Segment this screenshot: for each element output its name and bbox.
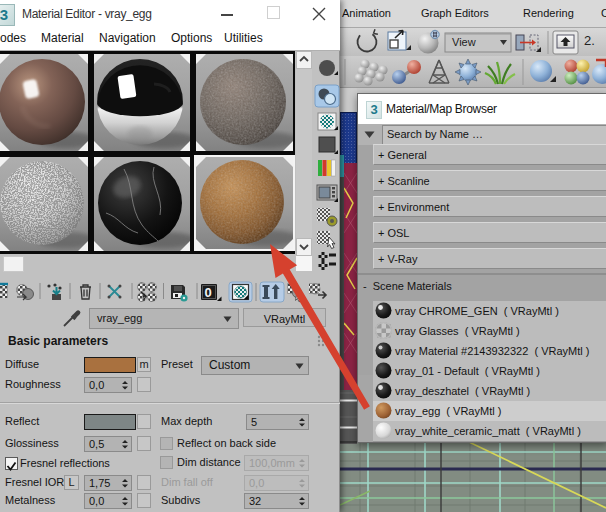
svg-text:0: 0: [205, 285, 212, 300]
svg-text:2.: 2.: [584, 33, 595, 48]
svg-text:View: View: [452, 36, 476, 48]
